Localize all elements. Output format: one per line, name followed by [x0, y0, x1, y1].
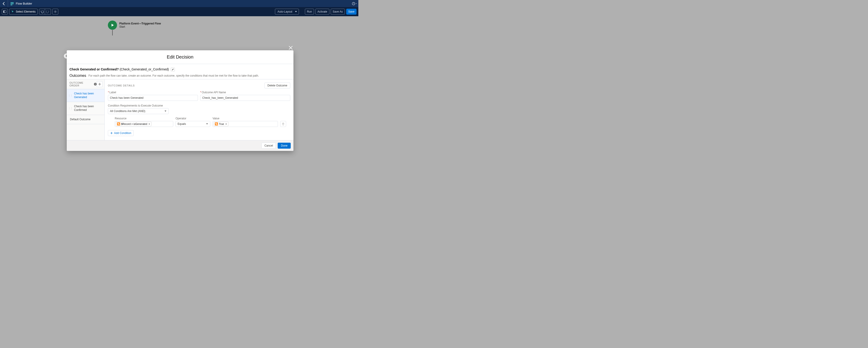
builder-toolbar: Select Elements Auto-Layout Run Activate…: [0, 7, 358, 16]
trash-icon: [282, 122, 284, 125]
svg-rect-0: [10, 2, 14, 3]
undo-redo-group: [39, 9, 51, 14]
record-icon: [117, 122, 120, 125]
save-button[interactable]: Save: [346, 9, 356, 14]
play-icon: [111, 23, 115, 27]
chevron-down-icon: [355, 3, 357, 4]
plus-icon: [98, 83, 101, 86]
outcome-label-input[interactable]: [108, 95, 198, 101]
outcome-order-header: OUTCOME ORDER: [69, 81, 93, 87]
outcomes-label: Outcomes: [69, 74, 86, 78]
edit-decision-modal: Edit Decision Check Generated or Confirm…: [67, 50, 293, 144]
done-button[interactable]: Done: [278, 143, 291, 144]
remove-pill-icon[interactable]: ×: [148, 122, 150, 125]
value-pill[interactable]: True ×: [214, 122, 228, 126]
svg-point-10: [216, 123, 217, 124]
undo-button[interactable]: [39, 9, 45, 14]
start-node[interactable]: Platform Event—Triggered Flow Start: [108, 21, 161, 30]
svg-point-9: [119, 124, 120, 125]
value-input[interactable]: True ×: [213, 121, 278, 127]
run-button[interactable]: Run: [305, 9, 314, 14]
element-api-name: (Check_Generated_or_Confirmed): [120, 67, 169, 71]
app-top-bar: Flow Builder ?: [0, 0, 358, 7]
resource-label: Resource: [115, 117, 173, 120]
modal-title: Edit Decision: [67, 54, 293, 60]
help-menu[interactable]: ?: [350, 0, 358, 7]
edit-label-button[interactable]: [171, 68, 175, 71]
start-node-title: Platform Event—Triggered Flow: [119, 22, 161, 25]
connector-line: [112, 30, 113, 35]
modal-close-button[interactable]: [287, 44, 294, 52]
modal-body: OUTCOME ORDER i ⋮⋮ Check has been Genera…: [67, 79, 293, 140]
outcome-api-input[interactable]: [200, 95, 290, 101]
label-field-label: Label: [110, 91, 116, 94]
svg-rect-1: [10, 3, 14, 4]
outcome-details-panel: OUTCOME DETAILS Delete Outcome *Label *O…: [105, 79, 293, 140]
back-button[interactable]: [0, 0, 8, 7]
svg-rect-6: [3, 10, 4, 13]
info-icon[interactable]: i: [94, 83, 97, 86]
settings-button[interactable]: [52, 9, 58, 14]
outcome-item-generated[interactable]: ⋮⋮ Check has been Generated: [67, 89, 104, 102]
boolean-icon: [215, 122, 218, 125]
outcomes-description: For each path the flow can take, create …: [88, 74, 259, 77]
save-as-button[interactable]: Save As: [331, 9, 345, 14]
drag-handle-icon[interactable]: ⋮⋮: [68, 95, 73, 96]
svg-rect-2: [10, 5, 12, 5]
outcome-item-label: Default Outcome: [70, 118, 91, 121]
outcome-item-label: Check has been Confirmed: [74, 105, 103, 112]
svg-point-7: [55, 11, 56, 12]
cancel-button[interactable]: Cancel: [261, 143, 276, 144]
api-field-label: Outcome API Name: [202, 91, 226, 94]
undo-icon: [40, 10, 44, 13]
layout-mode-select[interactable]: Auto-Layout: [275, 9, 299, 14]
close-icon: [288, 45, 293, 50]
layout-mode-label: Auto-Layout: [277, 10, 292, 13]
element-label: Check Generated or Confirmed?: [69, 67, 119, 71]
run-label: Run: [307, 10, 312, 13]
pencil-icon: [172, 68, 174, 71]
resource-pill[interactable]: $Record > isGenerated ×: [116, 122, 152, 126]
value-label: Value: [213, 117, 278, 120]
cond-req-select[interactable]: [108, 108, 169, 114]
gear-icon: [54, 10, 57, 13]
outcome-item-confirmed[interactable]: ⋮⋮ Check has been Confirmed: [67, 102, 104, 115]
resource-input[interactable]: $Record > isGenerated ×: [115, 121, 173, 127]
add-condition-label: Add Condition: [114, 132, 131, 135]
start-node-subtitle: Start: [119, 25, 161, 28]
operator-label: Operator: [176, 117, 210, 120]
modal-subheader: Check Generated or Confirmed? (Check_Gen…: [67, 64, 293, 79]
cond-req-label: Condition Requirements to Execute Outcom…: [108, 104, 169, 107]
back-arrow-icon: [2, 2, 6, 5]
outcome-item-default[interactable]: Default Outcome: [67, 115, 104, 124]
flow-canvas[interactable]: Platform Event—Triggered Flow Start C Ed…: [0, 16, 358, 144]
select-elements-label: Select Elements: [16, 10, 36, 13]
value-pill-label: True: [219, 122, 224, 125]
redo-icon: [46, 10, 50, 13]
operator-select[interactable]: [176, 121, 210, 127]
add-condition-button[interactable]: Add Condition: [108, 130, 134, 136]
select-elements-button[interactable]: Select Elements: [9, 9, 38, 14]
modal-footer: Cancel Done: [67, 140, 293, 144]
activate-button[interactable]: Activate: [315, 9, 329, 14]
delete-condition-button[interactable]: [280, 121, 286, 127]
drag-handle-icon[interactable]: ⋮⋮: [68, 108, 73, 109]
toggle-panel-button[interactable]: [2, 9, 8, 14]
operator-value[interactable]: [176, 121, 210, 127]
start-node-icon: [108, 21, 117, 30]
add-outcome-button[interactable]: [97, 81, 103, 87]
start-node-text: Platform Event—Triggered Flow Start: [119, 22, 161, 28]
svg-text:?: ?: [353, 2, 354, 5]
help-icon: ?: [352, 2, 355, 5]
remove-pill-icon[interactable]: ×: [225, 122, 227, 125]
save-as-label: Save As: [333, 10, 343, 13]
svg-point-11: [216, 124, 217, 125]
panel-icon: [3, 10, 6, 13]
condition-row: Resource $Record > isGenerated ×: [108, 117, 290, 127]
cond-req-value[interactable]: [108, 108, 169, 114]
outcome-item-label: Check has been Generated: [74, 92, 103, 99]
svg-point-8: [118, 123, 119, 124]
app-identity: Flow Builder: [8, 2, 34, 5]
redo-button[interactable]: [45, 9, 51, 14]
delete-outcome-button[interactable]: Delete Outcome: [265, 83, 290, 88]
